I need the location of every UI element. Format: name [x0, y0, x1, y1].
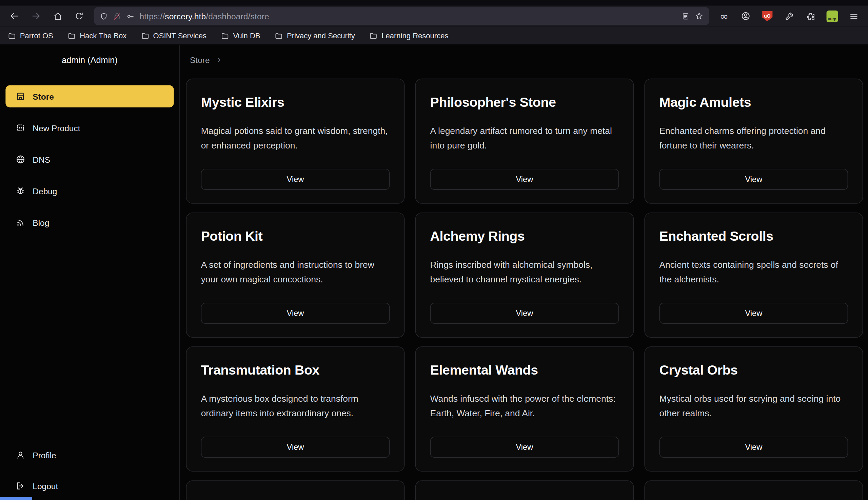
product-description: A mysterious box designed to transform o… [201, 391, 390, 420]
bookmark-folder-parrot-os[interactable]: Parrot OS [8, 31, 53, 39]
product-grid: Mystic Elixirs Magical potions said to g… [186, 79, 864, 500]
profile-icon [15, 450, 25, 460]
sidebar-item-debug[interactable]: Debug [5, 180, 173, 202]
extensions-puzzle-icon[interactable] [802, 8, 819, 24]
product-title: Enchanted Scrolls [659, 228, 848, 244]
view-button[interactable]: View [430, 169, 619, 190]
view-button[interactable]: View [201, 169, 390, 190]
product-card-potion-kit: Potion Kit A set of ingredients and inst… [186, 213, 405, 338]
url-domain: sorcery.htb [165, 11, 206, 21]
view-button[interactable]: View [201, 303, 390, 324]
product-card-transmutation-box: Transmutation Box A mysterious box desig… [186, 346, 405, 471]
arrow-right-icon [31, 11, 41, 21]
product-description: Mystical orbs used for scrying and seein… [659, 391, 848, 420]
bookmark-label: Parrot OS [20, 31, 53, 39]
view-button[interactable]: View [659, 169, 848, 190]
product-title: Mystic Elixirs [201, 94, 390, 110]
sidebar-item-label: Store [33, 92, 54, 101]
sidebar-item-new-product[interactable]: New Product [5, 117, 173, 139]
page-action-icon[interactable] [681, 12, 690, 20]
chevron-right-icon [215, 56, 223, 64]
bookmark-folder-learning-resources[interactable]: Learning Resources [369, 31, 448, 39]
folder-icon [221, 31, 229, 39]
ublock-extension-icon[interactable]: uO [758, 8, 776, 24]
folder-icon [275, 31, 283, 39]
folder-icon [8, 31, 16, 39]
product-title: Alchemy Rings [430, 228, 619, 244]
sidebar-item-label: Debug [33, 186, 57, 196]
product-card-crystal-orbs: Crystal Orbs Mystical orbs used for scry… [644, 346, 863, 471]
product-card-elemental-wands: Elemental Wands Wands infused with the p… [415, 346, 634, 471]
window-bottom-accent [0, 497, 32, 500]
view-button[interactable]: View [430, 303, 619, 324]
home-icon [53, 11, 63, 21]
sidebar-item-logout[interactable]: Logout [5, 475, 173, 497]
product-description: A set of ingredients and instructions to… [201, 257, 390, 286]
product-description: Wands infused with the power of the elem… [430, 391, 619, 420]
main-content: Store Mystic Elixirs Magical potions sai… [180, 45, 868, 500]
burp-extension-icon[interactable]: burp [823, 8, 841, 24]
sidebar-item-label: DNS [33, 155, 50, 164]
view-button[interactable]: View [659, 303, 848, 324]
product-title: Magic Amulets [659, 94, 848, 110]
sidebar-item-dns[interactable]: DNS [5, 148, 173, 171]
menu-button[interactable] [845, 8, 862, 24]
reload-icon [75, 12, 83, 20]
home-button[interactable] [49, 8, 66, 24]
breadcrumb-store[interactable]: Store [190, 55, 210, 65]
url-bar[interactable]: https://sorcery.htb/dashboard/store [94, 7, 709, 25]
tracking-protection-icon[interactable] [100, 12, 108, 20]
url-protocol: https:// [139, 11, 165, 21]
view-button[interactable]: View [430, 436, 619, 458]
logout-icon [15, 481, 25, 491]
product-title: Philosopher's Stone [430, 94, 619, 110]
bookmark-star-icon[interactable] [695, 12, 703, 20]
product-description: Ancient texts containing spells and secr… [659, 257, 848, 286]
back-button[interactable] [5, 8, 23, 24]
arrow-left-icon [10, 11, 19, 21]
store-icon [15, 91, 25, 101]
view-button[interactable]: View [201, 436, 390, 458]
sidebar-item-label: Logout [33, 481, 58, 491]
breadcrumb: Store [190, 54, 868, 66]
product-card-mystic-elixirs: Mystic Elixirs Magical potions said to g… [186, 79, 405, 204]
sidebar-item-blog[interactable]: Blog [5, 212, 173, 234]
product-card-philosophers-stone: Philosopher's Stone A legendary artifact… [415, 79, 634, 204]
sidebar-item-store[interactable]: Store [5, 85, 173, 107]
product-description: A legendary artifact rumored to turn any… [430, 123, 619, 152]
wrench-extension-icon[interactable] [780, 8, 798, 24]
sidebar-item-profile[interactable]: Profile [5, 444, 173, 466]
product-card-partial [415, 480, 634, 500]
tab-bar-sliver [0, 0, 868, 5]
new-product-icon [15, 123, 25, 133]
product-title: Crystal Orbs [659, 362, 848, 378]
bookmark-folder-osint-services[interactable]: OSINT Services [141, 31, 207, 39]
sidebar-footer: Profile Logout [0, 444, 179, 497]
bookmark-label: Privacy and Security [287, 31, 355, 39]
product-description: Rings inscribed with alchemical symbols,… [430, 257, 619, 286]
browser-window: https://sorcery.htb/dashboard/store ∞ uO… [0, 0, 868, 500]
bookmark-folder-hack-the-box[interactable]: Hack The Box [67, 31, 126, 39]
forward-button[interactable] [27, 8, 45, 24]
globe-icon [15, 155, 25, 164]
product-description: Magical potions said to grant wisdom, st… [201, 123, 390, 152]
account-icon[interactable] [737, 8, 754, 24]
bookmark-folder-vuln-db[interactable]: Vuln DB [221, 31, 260, 39]
rss-icon [15, 218, 25, 227]
navigation-toolbar: https://sorcery.htb/dashboard/store ∞ uO… [0, 5, 868, 26]
bookmark-label: OSINT Services [153, 31, 207, 39]
folder-icon [141, 31, 149, 39]
url-text: https://sorcery.htb/dashboard/store [139, 11, 676, 21]
bug-icon [15, 186, 25, 196]
bookmark-folder-privacy-and-security[interactable]: Privacy and Security [275, 31, 355, 39]
lock-icon[interactable] [113, 12, 121, 20]
reload-button[interactable] [70, 8, 88, 24]
bookmark-label: Hack The Box [80, 31, 126, 39]
view-button[interactable]: View [659, 436, 848, 458]
product-description: Enchanted charms offering protection and… [659, 123, 848, 152]
sidebar-item-label: New Product [33, 123, 80, 133]
infinity-extension-icon[interactable]: ∞ [715, 8, 733, 24]
key-icon[interactable] [126, 12, 134, 20]
folder-icon [369, 31, 377, 39]
bookmark-label: Learning Resources [381, 31, 448, 39]
